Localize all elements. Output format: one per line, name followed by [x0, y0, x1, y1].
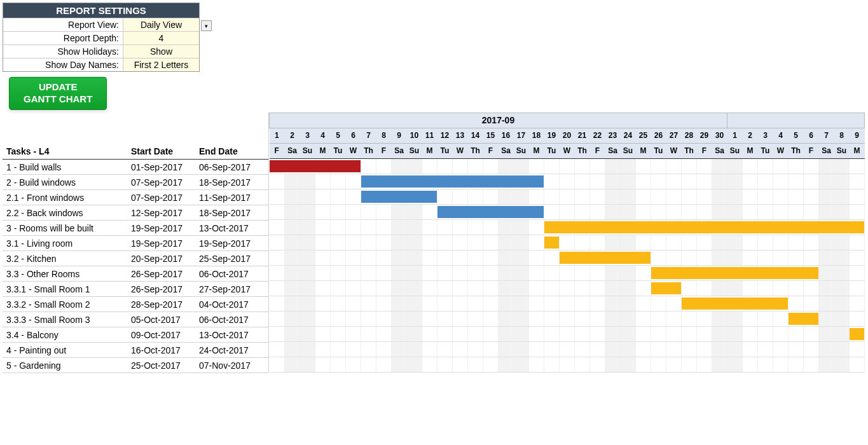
- gantt-cell: [712, 311, 727, 326]
- gantt-cell: [346, 204, 361, 219]
- gantt-bar[interactable]: [270, 160, 361, 172]
- gantt-bar[interactable]: [651, 282, 681, 294]
- gantt-cell: [621, 357, 636, 372]
- gantt-cell: [331, 265, 346, 280]
- gantt-cell: [483, 311, 499, 326]
- day-name: Sa: [712, 143, 727, 158]
- gantt-cell: [789, 341, 804, 357]
- task-row[interactable]: 3.4 - Balcony09-Oct-201713-Oct-2017: [3, 327, 268, 343]
- gantt-cell: [407, 265, 422, 280]
- gantt-cell: [804, 280, 819, 296]
- gantt-cell: [346, 174, 361, 189]
- task-row[interactable]: 3.1 - Living room19-Sep-201719-Sep-2017: [3, 236, 268, 251]
- gantt-cell: [804, 326, 819, 341]
- gantt-cell: [727, 357, 743, 372]
- gantt-cell: [468, 311, 483, 326]
- gantt-cell: [743, 326, 758, 341]
- gantt-cell: [712, 250, 727, 265]
- gantt-bar[interactable]: [544, 236, 559, 249]
- gantt-cell: [636, 189, 651, 204]
- gantt-cell: [590, 341, 605, 357]
- gantt-row: [270, 204, 865, 219]
- gantt-cell: [743, 189, 758, 204]
- gantt-cell: [605, 158, 621, 174]
- month-label: 2017-09: [270, 113, 727, 128]
- gantt-cell: [331, 174, 346, 189]
- gantt-cell: [376, 357, 392, 372]
- gantt-cell: [605, 311, 621, 326]
- task-row[interactable]: 4 - Painting out16-Oct-201724-Oct-2017: [3, 343, 268, 358]
- gantt-bar[interactable]: [850, 328, 864, 340]
- gantt-bar[interactable]: [651, 267, 818, 279]
- gantt-cell: [437, 189, 453, 204]
- gantt-cell: [819, 357, 834, 372]
- gantt-bar[interactable]: [682, 298, 788, 310]
- gantt-cell: [712, 158, 727, 174]
- task-row[interactable]: 2 - Build windows07-Sep-201718-Sep-2017: [3, 175, 268, 190]
- task-row[interactable]: 3.3.3 - Small Room 305-Oct-201706-Oct-20…: [3, 312, 268, 327]
- gantt-cell: [422, 326, 437, 341]
- gantt-cell: [544, 326, 560, 341]
- gantt-cell: [712, 235, 727, 250]
- settings-value[interactable]: Show: [123, 45, 199, 58]
- gantt-cell: [773, 311, 789, 326]
- task-row[interactable]: 2.1 - Front windows07-Sep-201711-Sep-201…: [3, 190, 268, 205]
- gantt-cell: [361, 280, 376, 296]
- day-name: W: [773, 143, 789, 158]
- gantt-cell: [407, 311, 422, 326]
- day-name: Tu: [437, 143, 453, 158]
- settings-value[interactable]: 4: [123, 32, 199, 44]
- gantt-cell: [285, 219, 300, 235]
- gantt-bar[interactable]: [560, 252, 651, 264]
- task-row[interactable]: 3.3 - Other Rooms26-Sep-201706-Oct-2017: [3, 266, 268, 282]
- gantt-cell: [804, 158, 819, 174]
- settings-value[interactable]: First 2 Letters: [123, 58, 199, 71]
- task-row[interactable]: 1 - Build walls01-Sep-201706-Sep-2017: [3, 160, 268, 175]
- gantt-cell: [514, 311, 529, 326]
- day-name: Th: [361, 143, 376, 158]
- settings-row: Report Depth:4: [3, 31, 199, 44]
- gantt-cell: [407, 158, 422, 174]
- task-start-date: 07-Sep-2017: [127, 175, 195, 190]
- task-row[interactable]: 3.3.1 - Small Room 126-Sep-201727-Sep-20…: [3, 282, 268, 297]
- gantt-bar[interactable]: [437, 206, 544, 218]
- settings-value[interactable]: Daily View: [123, 18, 199, 31]
- gantt-cell: [437, 235, 453, 250]
- gantt-cell: [315, 296, 331, 311]
- gantt-cell: [544, 189, 560, 204]
- day-number: 22: [590, 128, 605, 143]
- gantt-cell: [361, 158, 376, 174]
- gantt-cell: [453, 341, 468, 357]
- gantt-cell: [804, 189, 819, 204]
- gantt-cell: [560, 341, 575, 357]
- gantt-cell: [743, 311, 758, 326]
- gantt-bar[interactable]: [361, 175, 544, 188]
- gantt-cell: [422, 204, 437, 219]
- gantt-bar[interactable]: [361, 191, 437, 203]
- task-end-date: 06-Sep-2017: [195, 160, 268, 175]
- task-name: 1 - Build walls: [3, 160, 127, 175]
- task-row[interactable]: 3.2 - Kitchen20-Sep-201725-Sep-2017: [3, 251, 268, 266]
- dropdown-button[interactable]: ▾: [201, 20, 212, 31]
- task-row[interactable]: 3.3.2 - Small Room 228-Sep-201704-Oct-20…: [3, 297, 268, 312]
- update-gantt-button[interactable]: UPDATE GANTT CHART: [9, 77, 107, 110]
- gantt-cell: [560, 280, 575, 296]
- task-row[interactable]: 5 - Gardening25-Oct-201707-Nov-2017: [3, 358, 268, 373]
- gantt-cell: [575, 204, 590, 219]
- gantt-cell: [468, 280, 483, 296]
- gantt-cell: [636, 357, 651, 372]
- task-row[interactable]: 2.2 - Back windows12-Sep-201718-Sep-2017: [3, 205, 268, 221]
- gantt-cell: [605, 280, 621, 296]
- task-row[interactable]: 3 - Rooms will be built19-Sep-201713-Oct…: [3, 221, 268, 236]
- gantt-cell: [773, 158, 789, 174]
- gantt-cell: [666, 158, 682, 174]
- day-name: M: [315, 143, 331, 158]
- task-start-date: 01-Sep-2017: [127, 160, 195, 175]
- gantt-bar[interactable]: [544, 221, 864, 233]
- gantt-cell: [712, 326, 727, 341]
- day-number: 5: [331, 128, 346, 143]
- task-start-date: 09-Oct-2017: [127, 327, 195, 343]
- gantt-bar[interactable]: [789, 313, 818, 325]
- day-name: Sa: [605, 143, 621, 158]
- gantt-cell: [804, 235, 819, 250]
